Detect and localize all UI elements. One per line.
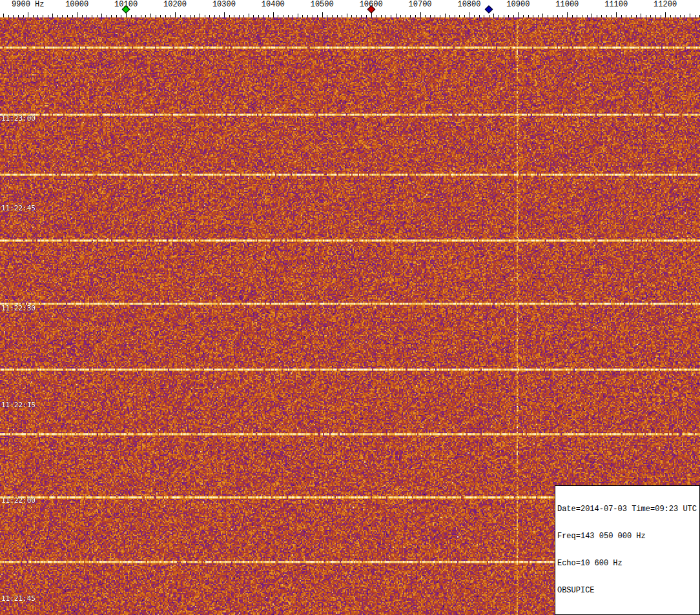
- ruler-tick: [18, 15, 19, 17]
- ruler-tick: [82, 15, 83, 17]
- ruler-tick: [655, 15, 656, 17]
- ruler-tick: [376, 15, 376, 17]
- ruler-tick: [508, 15, 509, 17]
- ruler-tick: [499, 15, 499, 17]
- ruler-tick: [28, 12, 28, 17]
- freq-marker-blue[interactable]: [484, 5, 493, 14]
- ruler-tick: [636, 15, 637, 17]
- ruler-tick: [425, 15, 426, 17]
- ruler-tick: [234, 15, 234, 17]
- ruler-tick: [626, 15, 626, 17]
- ruler-tick: [107, 15, 107, 17]
- ruler-tick: [351, 15, 352, 17]
- ruler-tick: [449, 15, 450, 17]
- ruler-tick: [459, 15, 460, 17]
- time-label: 11:22:00: [1, 497, 36, 504]
- ruler-tick: [175, 12, 176, 17]
- ruler-tick: [239, 15, 240, 17]
- ruler-tick: [533, 15, 533, 17]
- ruler-tick: [587, 15, 588, 17]
- ruler-tick: [347, 14, 347, 17]
- ruler-tick: [577, 15, 577, 17]
- ruler-tick: [582, 15, 582, 17]
- ruler-tick: [435, 15, 435, 17]
- ruler-tick: [621, 15, 622, 17]
- ruler-tick: [484, 15, 484, 17]
- freq-tick-label: 10500: [311, 1, 334, 9]
- freq-tick-label: 10000: [65, 1, 88, 9]
- ruler-tick: [253, 15, 254, 17]
- time-label: 11:23:00: [1, 115, 36, 122]
- ruler-tick: [205, 15, 205, 17]
- ruler-tick: [101, 14, 102, 17]
- ruler-tick: [381, 15, 382, 17]
- time-label: 11:22:15: [1, 401, 36, 408]
- ruler-tick: [243, 15, 244, 17]
- ruler-tick: [513, 15, 514, 17]
- ruler-tick: [469, 12, 469, 17]
- ruler-tick: [474, 15, 475, 17]
- ruler-tick: [23, 15, 24, 17]
- ruler-tick: [542, 14, 543, 17]
- ruler-tick: [180, 15, 181, 17]
- ruler-tick: [263, 15, 264, 17]
- ruler-tick: [194, 15, 195, 17]
- ruler-tick: [97, 15, 98, 17]
- ruler-tick: [219, 15, 220, 17]
- info-date-line: Date=2014-07-03 Time=09:23 UTC: [557, 505, 697, 514]
- ruler-tick: [518, 12, 519, 17]
- ruler-tick: [209, 15, 210, 17]
- ruler-tick: [8, 15, 9, 17]
- waterfall-display: 9900 Hz100001010010200103001040010500106…: [0, 0, 700, 615]
- ruler-tick: [165, 15, 166, 17]
- ruler-tick: [597, 15, 597, 17]
- ruler-tick: [396, 14, 396, 17]
- freq-tick-label: 10900: [506, 1, 530, 9]
- ruler-tick: [386, 15, 386, 17]
- ruler-tick: [420, 12, 421, 17]
- ruler-tick: [592, 14, 592, 17]
- ruler-tick: [141, 15, 141, 17]
- ruler-tick: [37, 15, 38, 17]
- ruler-tick: [43, 15, 43, 17]
- ruler-tick: [307, 15, 308, 17]
- ruler-tick: [356, 15, 357, 17]
- ruler-tick: [131, 15, 132, 17]
- ruler-tick: [3, 14, 4, 17]
- ruler-tick: [690, 14, 690, 17]
- time-label: 11:21:45: [1, 595, 36, 602]
- ruler-tick: [156, 15, 156, 17]
- ruler-tick: [406, 15, 406, 17]
- ruler-tick: [685, 15, 685, 17]
- ruler-tick: [258, 15, 259, 17]
- ruler-tick: [548, 15, 548, 17]
- ruler-tick: [268, 15, 269, 17]
- ruler-tick: [430, 15, 431, 17]
- ruler-tick: [332, 15, 333, 17]
- ruler-tick: [322, 12, 323, 17]
- ruler-tick: [455, 15, 455, 17]
- ruler-tick: [48, 15, 48, 17]
- ruler-tick: [145, 15, 146, 17]
- ruler-tick: [62, 15, 63, 17]
- ruler-tick: [116, 15, 117, 17]
- ruler-tick: [229, 15, 230, 17]
- freq-tick-label: 9900 Hz: [12, 1, 44, 9]
- ruler-tick: [650, 15, 651, 17]
- ruler-tick: [33, 15, 34, 17]
- freq-tick-label: 10400: [262, 1, 285, 9]
- observation-info-box: Date=2014-07-03 Time=09:23 UTC Freq=143 …: [555, 485, 700, 615]
- ruler-tick: [87, 15, 87, 17]
- ruler-tick: [317, 15, 318, 17]
- ruler-tick: [200, 14, 200, 17]
- ruler-tick: [400, 15, 401, 17]
- ruler-tick: [150, 14, 151, 17]
- ruler-tick: [601, 15, 602, 17]
- ruler-tick: [572, 15, 573, 17]
- ruler-tick: [641, 14, 641, 17]
- ruler-tick: [695, 15, 695, 17]
- ruler-tick: [410, 15, 411, 17]
- ruler-tick: [523, 15, 524, 17]
- info-freq-line: Freq=143 050 000 Hz: [557, 532, 697, 541]
- ruler-tick: [136, 15, 136, 17]
